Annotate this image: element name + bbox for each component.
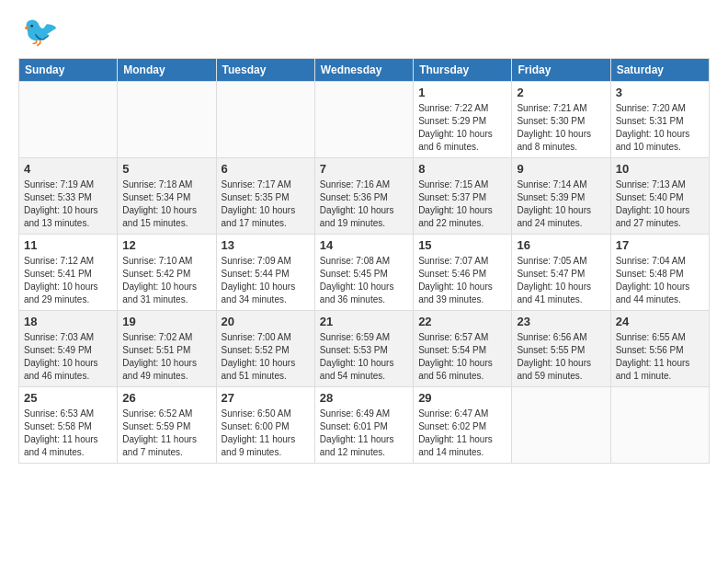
day-number: 9 bbox=[517, 162, 605, 176]
header-tuesday: Tuesday bbox=[216, 59, 314, 82]
day-number: 24 bbox=[616, 315, 704, 328]
header-saturday: Saturday bbox=[610, 59, 709, 82]
calendar-cell: 23Sunrise: 6:56 AM Sunset: 5:55 PM Dayli… bbox=[512, 311, 610, 387]
day-info: Sunrise: 7:03 AM Sunset: 5:49 PM Dayligh… bbox=[24, 331, 112, 383]
calendar-cell: 29Sunrise: 6:47 AM Sunset: 6:02 PM Dayli… bbox=[414, 387, 512, 464]
day-number: 14 bbox=[320, 238, 408, 252]
day-info: Sunrise: 7:08 AM Sunset: 5:45 PM Dayligh… bbox=[320, 255, 408, 306]
day-number: 23 bbox=[517, 315, 605, 328]
day-info: Sunrise: 7:07 AM Sunset: 5:46 PM Dayligh… bbox=[418, 255, 506, 306]
day-number: 18 bbox=[24, 315, 112, 328]
calendar-cell: 14Sunrise: 7:08 AM Sunset: 5:45 PM Dayli… bbox=[314, 235, 413, 311]
day-info: Sunrise: 6:53 AM Sunset: 5:58 PM Dayligh… bbox=[24, 408, 112, 459]
day-number: 4 bbox=[24, 162, 112, 176]
day-info: Sunrise: 7:00 AM Sunset: 5:52 PM Dayligh… bbox=[222, 331, 310, 383]
calendar-week-row: 18Sunrise: 7:03 AM Sunset: 5:49 PM Dayli… bbox=[19, 311, 710, 387]
logo-bird-icon: 🐦 bbox=[22, 14, 59, 49]
day-info: Sunrise: 6:56 AM Sunset: 5:55 PM Dayligh… bbox=[517, 331, 605, 383]
calendar-cell bbox=[19, 82, 118, 158]
calendar-cell: 3Sunrise: 7:20 AM Sunset: 5:31 PM Daylig… bbox=[610, 82, 709, 158]
day-number: 10 bbox=[616, 162, 704, 176]
day-info: Sunrise: 7:18 AM Sunset: 5:34 PM Dayligh… bbox=[122, 178, 210, 230]
day-number: 25 bbox=[24, 391, 112, 405]
page-header: 🐦 bbox=[18, 18, 710, 49]
calendar-cell: 21Sunrise: 6:59 AM Sunset: 5:53 PM Dayli… bbox=[314, 311, 413, 387]
calendar-cell: 7Sunrise: 7:16 AM Sunset: 5:36 PM Daylig… bbox=[314, 158, 413, 235]
day-info: Sunrise: 6:47 AM Sunset: 6:02 PM Dayligh… bbox=[418, 408, 506, 459]
calendar-cell bbox=[314, 82, 413, 158]
day-number: 2 bbox=[517, 86, 605, 99]
day-info: Sunrise: 7:15 AM Sunset: 5:37 PM Dayligh… bbox=[418, 178, 506, 230]
day-number: 20 bbox=[222, 315, 310, 328]
header-thursday: Thursday bbox=[414, 59, 512, 82]
day-number: 12 bbox=[122, 238, 210, 252]
calendar-cell: 26Sunrise: 6:52 AM Sunset: 5:59 PM Dayli… bbox=[118, 387, 216, 464]
calendar-cell: 24Sunrise: 6:55 AM Sunset: 5:56 PM Dayli… bbox=[610, 311, 709, 387]
calendar-week-row: 11Sunrise: 7:12 AM Sunset: 5:41 PM Dayli… bbox=[19, 235, 710, 311]
header-friday: Friday bbox=[512, 59, 610, 82]
day-info: Sunrise: 7:09 AM Sunset: 5:44 PM Dayligh… bbox=[222, 255, 310, 306]
calendar-cell: 8Sunrise: 7:15 AM Sunset: 5:37 PM Daylig… bbox=[414, 158, 512, 235]
day-number: 19 bbox=[122, 315, 210, 328]
calendar-cell: 27Sunrise: 6:50 AM Sunset: 6:00 PM Dayli… bbox=[216, 387, 314, 464]
calendar-cell: 19Sunrise: 7:02 AM Sunset: 5:51 PM Dayli… bbox=[118, 311, 216, 387]
calendar-cell: 17Sunrise: 7:04 AM Sunset: 5:48 PM Dayli… bbox=[610, 235, 709, 311]
day-info: Sunrise: 6:55 AM Sunset: 5:56 PM Dayligh… bbox=[616, 331, 704, 383]
day-info: Sunrise: 7:20 AM Sunset: 5:31 PM Dayligh… bbox=[616, 102, 704, 154]
calendar-header-row: SundayMondayTuesdayWednesdayThursdayFrid… bbox=[19, 59, 710, 82]
calendar-week-row: 1Sunrise: 7:22 AM Sunset: 5:29 PM Daylig… bbox=[19, 82, 710, 158]
day-number: 6 bbox=[222, 162, 310, 176]
day-info: Sunrise: 7:21 AM Sunset: 5:30 PM Dayligh… bbox=[517, 102, 605, 154]
day-info: Sunrise: 6:57 AM Sunset: 5:54 PM Dayligh… bbox=[418, 331, 506, 383]
day-number: 29 bbox=[418, 391, 506, 405]
day-info: Sunrise: 7:14 AM Sunset: 5:39 PM Dayligh… bbox=[517, 178, 605, 230]
day-info: Sunrise: 7:02 AM Sunset: 5:51 PM Dayligh… bbox=[122, 331, 210, 383]
day-info: Sunrise: 7:16 AM Sunset: 5:36 PM Dayligh… bbox=[320, 178, 408, 230]
day-number: 28 bbox=[320, 391, 408, 405]
calendar-week-row: 4Sunrise: 7:19 AM Sunset: 5:33 PM Daylig… bbox=[19, 158, 710, 235]
day-number: 22 bbox=[418, 315, 506, 328]
day-number: 17 bbox=[616, 238, 704, 252]
calendar-cell: 4Sunrise: 7:19 AM Sunset: 5:33 PM Daylig… bbox=[19, 158, 118, 235]
day-info: Sunrise: 7:05 AM Sunset: 5:47 PM Dayligh… bbox=[517, 255, 605, 306]
calendar-cell: 18Sunrise: 7:03 AM Sunset: 5:49 PM Dayli… bbox=[19, 311, 118, 387]
calendar-cell: 28Sunrise: 6:49 AM Sunset: 6:01 PM Dayli… bbox=[314, 387, 413, 464]
calendar-cell: 20Sunrise: 7:00 AM Sunset: 5:52 PM Dayli… bbox=[216, 311, 314, 387]
calendar-cell: 16Sunrise: 7:05 AM Sunset: 5:47 PM Dayli… bbox=[512, 235, 610, 311]
calendar-cell: 22Sunrise: 6:57 AM Sunset: 5:54 PM Dayli… bbox=[414, 311, 512, 387]
day-info: Sunrise: 7:10 AM Sunset: 5:42 PM Dayligh… bbox=[122, 255, 210, 306]
calendar-cell bbox=[118, 82, 216, 158]
day-number: 7 bbox=[320, 162, 408, 176]
calendar-cell: 5Sunrise: 7:18 AM Sunset: 5:34 PM Daylig… bbox=[118, 158, 216, 235]
calendar-cell bbox=[512, 387, 610, 464]
day-info: Sunrise: 7:17 AM Sunset: 5:35 PM Dayligh… bbox=[222, 178, 310, 230]
calendar-week-row: 25Sunrise: 6:53 AM Sunset: 5:58 PM Dayli… bbox=[19, 387, 710, 464]
calendar-cell bbox=[610, 387, 709, 464]
day-number: 15 bbox=[418, 238, 506, 252]
day-number: 16 bbox=[517, 238, 605, 252]
day-info: Sunrise: 6:52 AM Sunset: 5:59 PM Dayligh… bbox=[122, 408, 210, 459]
day-number: 5 bbox=[122, 162, 210, 176]
day-number: 13 bbox=[222, 238, 310, 252]
calendar-cell: 13Sunrise: 7:09 AM Sunset: 5:44 PM Dayli… bbox=[216, 235, 314, 311]
header-monday: Monday bbox=[118, 59, 216, 82]
day-info: Sunrise: 7:12 AM Sunset: 5:41 PM Dayligh… bbox=[24, 255, 112, 306]
day-info: Sunrise: 6:49 AM Sunset: 6:01 PM Dayligh… bbox=[320, 408, 408, 459]
day-info: Sunrise: 6:59 AM Sunset: 5:53 PM Dayligh… bbox=[320, 331, 408, 383]
day-number: 21 bbox=[320, 315, 408, 328]
calendar-cell: 2Sunrise: 7:21 AM Sunset: 5:30 PM Daylig… bbox=[512, 82, 610, 158]
day-number: 8 bbox=[418, 162, 506, 176]
calendar-cell: 12Sunrise: 7:10 AM Sunset: 5:42 PM Dayli… bbox=[118, 235, 216, 311]
day-info: Sunrise: 7:13 AM Sunset: 5:40 PM Dayligh… bbox=[616, 178, 704, 230]
day-number: 3 bbox=[616, 86, 704, 99]
day-info: Sunrise: 7:22 AM Sunset: 5:29 PM Dayligh… bbox=[418, 102, 506, 154]
header-wednesday: Wednesday bbox=[314, 59, 413, 82]
day-number: 26 bbox=[122, 391, 210, 405]
day-number: 11 bbox=[24, 238, 112, 252]
calendar-cell: 15Sunrise: 7:07 AM Sunset: 5:46 PM Dayli… bbox=[414, 235, 512, 311]
calendar-cell: 9Sunrise: 7:14 AM Sunset: 5:39 PM Daylig… bbox=[512, 158, 610, 235]
day-info: Sunrise: 6:50 AM Sunset: 6:00 PM Dayligh… bbox=[222, 408, 310, 459]
logo: 🐦 bbox=[18, 18, 59, 49]
day-number: 27 bbox=[222, 391, 310, 405]
calendar-cell: 1Sunrise: 7:22 AM Sunset: 5:29 PM Daylig… bbox=[414, 82, 512, 158]
